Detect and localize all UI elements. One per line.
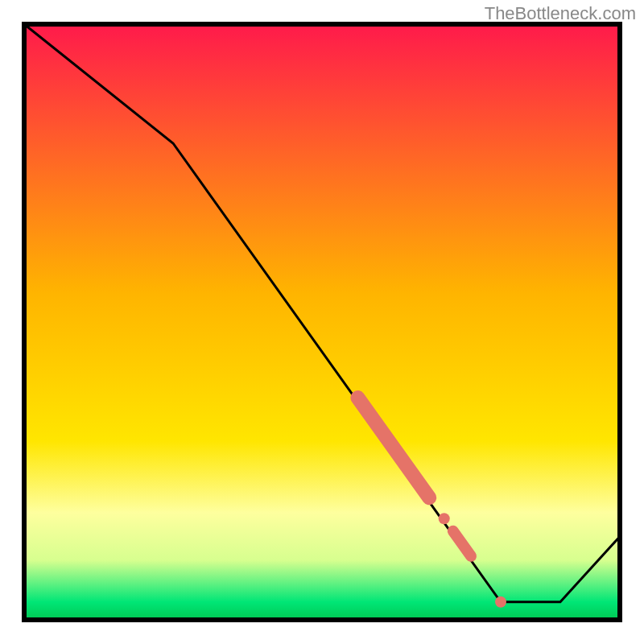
plot-background	[24, 24, 620, 620]
chart-container: TheBottleneck.com	[0, 0, 644, 644]
attribution-label: TheBottleneck.com	[485, 3, 636, 24]
bottleneck-chart	[0, 0, 644, 644]
dot-b	[495, 597, 506, 608]
dot-a	[439, 513, 450, 524]
plot-area	[24, 24, 620, 620]
